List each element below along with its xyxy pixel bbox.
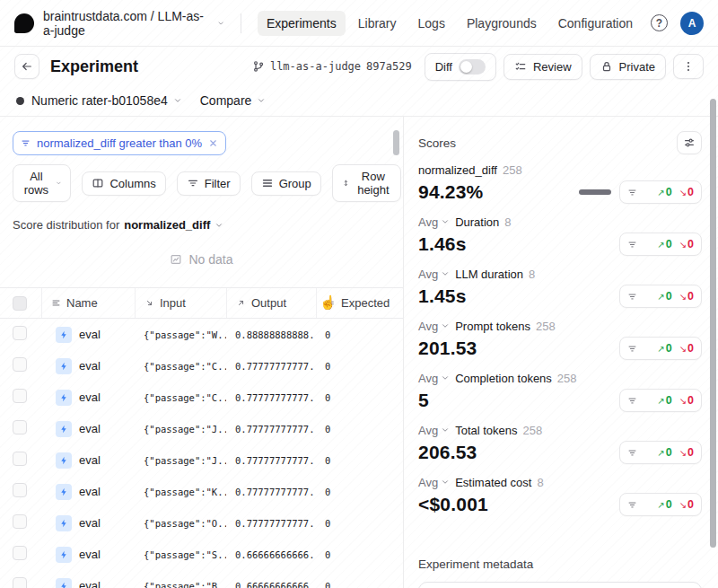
top-nav: braintrustdata.com / LLM-as-a-judge Expe… [0,0,718,47]
nav-tab[interactable]: Library [349,11,406,36]
aggregation-dropdown[interactable]: Avg [418,268,450,281]
column-header-name[interactable]: Name [41,288,135,318]
score-filter-control[interactable]: ↗0 ↘0 [619,285,702,308]
distribution-field-selector[interactable]: normalized_diff [124,218,210,232]
row-checkbox[interactable] [13,577,27,588]
group-button[interactable]: Group [251,171,321,196]
diff-toggle[interactable] [459,59,486,75]
column-header-output[interactable]: Output [226,288,316,318]
table-row[interactable]: eval {"passage":"C... 0.77777777777... 0 [0,382,403,413]
row-select-cell [0,483,41,500]
row-checkbox[interactable] [13,546,27,560]
table-row[interactable]: eval {"passage":"O... 0.77777777777... 0 [0,507,403,539]
more-menu-button[interactable] [673,54,704,79]
row-name: eval [79,453,101,467]
diff-label: Diff [435,60,452,74]
arrow-up-right-icon: ↗ [657,344,664,354]
columns-icon [92,177,104,189]
row-select-cell [0,420,41,437]
row-output: 0.77777777777... [226,424,316,434]
row-checkbox[interactable] [13,420,27,434]
aggregation-dropdown[interactable]: Avg [418,476,450,489]
score-filter-control[interactable]: ↗0 ↘0 [619,180,702,204]
column-label: Input [160,296,186,310]
table-row[interactable]: eval {"passage":"J... 0.77777777777... 0 [0,444,403,476]
improvements-count: ↗0 [657,238,671,250]
eval-icon [56,390,72,406]
aggregation-dropdown[interactable]: Avg [418,372,450,385]
table-row[interactable]: eval {"passage":"C... 0.77777777777... 0 [0,350,403,382]
filter-chip[interactable]: normalized_diff greater than 0% [13,131,226,155]
git-branch-icon [252,60,265,73]
private-button[interactable]: Private [590,54,666,80]
diff-toggle-button[interactable]: Diff [425,53,496,81]
row-checkbox[interactable] [13,483,27,497]
distribution-prefix: Score distribution for [13,218,119,232]
arrow-down-right-icon: ↘ [679,292,687,302]
score-count: 258 [503,163,522,177]
all-rows-dropdown[interactable]: All rows [13,164,71,202]
chevron-down-icon [441,217,450,226]
score-filter-control[interactable]: ↗0 ↘0 [619,493,702,516]
filter-icon [627,448,637,458]
arrow-up-right-icon: ↗ [657,500,664,510]
row-name-cell: eval [41,421,135,437]
arrow-down-right-icon: ↘ [679,500,687,510]
aggregation-dropdown[interactable]: Avg [418,424,450,437]
row-name-cell: eval [41,390,135,406]
row-checkbox[interactable] [13,514,27,529]
table-row[interactable]: eval {"passage":"K... 0.77777777777... 0 [0,476,403,507]
row-select-cell [0,577,41,588]
score-count: 8 [529,268,535,281]
column-label: Name [66,296,98,310]
experiment-metadata-title: Experiment metadata [418,557,702,571]
page-title: Experiment [50,57,138,76]
left-panel-scrollbar[interactable] [393,130,399,155]
table-row[interactable]: eval {"passage":"W... 0.88888888888... 0 [0,319,403,350]
compare-selector[interactable]: Compare [200,93,267,108]
row-output: 0.77777777777... [226,455,316,466]
filter-icon [627,188,637,197]
row-checkbox[interactable] [13,326,27,340]
eval-icon [56,358,72,374]
row-output: 0.77777777777... [226,361,316,372]
column-label: Expected [341,296,390,310]
score-filter-control[interactable]: ↗0 ↘0 [619,233,702,256]
review-button[interactable]: Review [503,54,582,80]
nav-tab[interactable]: Experiments [258,11,346,36]
score-filter-control[interactable]: ↗0 ↘0 [619,441,702,464]
row-height-button[interactable]: Row height [332,164,401,202]
aggregation-dropdown[interactable]: Avg [418,215,450,229]
filter-button[interactable]: Filter [177,171,241,196]
breadcrumb[interactable]: braintrustdata.com / LLM-as-a-judge [43,9,224,38]
row-checkbox[interactable] [13,452,27,466]
branch-name: llm-as-a-judge [270,60,361,73]
close-icon[interactable] [208,138,218,148]
row-name: eval [79,485,101,498]
table-row[interactable]: eval {"passage":"J... 0.77777777777... 0 [0,413,403,444]
page-scrollbar[interactable] [710,99,716,548]
branch-ref[interactable]: llm-as-a-judge 897a529 [252,60,412,73]
score-filter-control[interactable]: ↗0 ↘0 [619,389,702,412]
experiment-selector[interactable]: Numeric rater-b01058e4 [31,93,182,108]
list-checks-icon [514,60,527,73]
nav-tab[interactable]: Configuration [549,11,642,36]
score-filter-control[interactable]: ↗0 ↘0 [619,337,702,360]
avatar[interactable]: A [680,12,704,35]
help-icon[interactable]: ? [651,14,668,31]
arrow-down-right-icon: ↘ [679,240,687,250]
table-row[interactable]: eval {"passage":"B... 0.66666666666... 0 [0,570,403,588]
columns-button[interactable]: Columns [82,171,165,196]
row-checkbox[interactable] [13,357,27,372]
row-checkbox[interactable] [13,389,27,403]
select-all-checkbox[interactable] [13,296,27,311]
back-button[interactable] [14,54,39,79]
score-value: 94.23% [418,181,483,203]
aggregation-dropdown[interactable]: Avg [418,320,450,333]
scores-settings-button[interactable] [677,131,702,154]
row-input: {"passage":"C... [135,392,226,403]
nav-tab[interactable]: Playgrounds [458,11,546,36]
table-row[interactable]: eval {"passage":"S... 0.66666666666... 0 [0,539,403,570]
column-header-input[interactable]: Input [135,288,226,318]
nav-tab[interactable]: Logs [409,11,454,36]
